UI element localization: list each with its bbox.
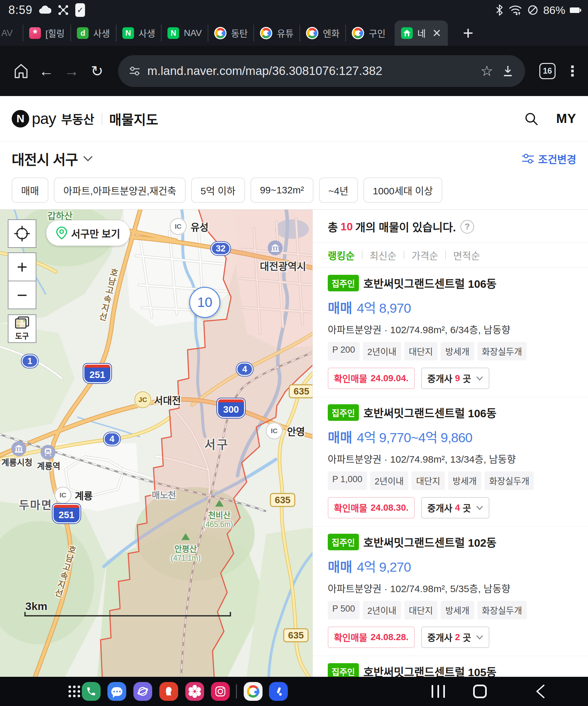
ic-badge: IC bbox=[54, 487, 71, 504]
sort-newest[interactable]: 최신순 bbox=[369, 248, 397, 262]
tab-yen[interactable]: 엔화 bbox=[300, 25, 346, 42]
owner-badge: 집주인 bbox=[328, 534, 359, 550]
listing-card[interactable]: 집주인 호반써밋그랜드센트럴 105동 매매 4억 9,770 bbox=[328, 656, 576, 677]
daum-favicon: d bbox=[77, 27, 89, 39]
agents-dropdown[interactable]: 중개사2곳 bbox=[421, 627, 490, 648]
recents-nav-button[interactable] bbox=[432, 685, 445, 698]
forward-button[interactable]: → bbox=[59, 62, 84, 80]
google-favicon bbox=[260, 27, 272, 39]
chip-age[interactable]: ~4년 bbox=[319, 178, 358, 203]
mountain-peak-icon bbox=[182, 534, 190, 540]
search-icon[interactable] bbox=[524, 111, 539, 126]
camera-app-icon[interactable] bbox=[211, 682, 230, 701]
ic-badge: IC bbox=[266, 423, 283, 439]
realty-label[interactable]: 부동산 bbox=[61, 110, 94, 127]
browser-menu-icon[interactable]: ⋮ bbox=[565, 63, 580, 79]
samsung-internet-app-icon[interactable] bbox=[133, 682, 152, 701]
chip-area[interactable]: 99~132m² bbox=[250, 178, 313, 203]
listing-card[interactable]: 집주인 호반써밋그랜드센트럴 102동 매매 4억 9,270 아파트분양권 ·… bbox=[328, 526, 576, 656]
map-label-gyeryong: 계룡 bbox=[75, 488, 92, 502]
tab-dongtan[interactable]: 동탄 bbox=[208, 25, 254, 42]
confirmed-date-box: 확인매물24.08.28. bbox=[328, 627, 415, 648]
red-app-icon[interactable] bbox=[159, 682, 178, 701]
messages-app-icon[interactable] bbox=[107, 682, 126, 701]
road-shield-635: 635 bbox=[283, 628, 309, 642]
listing-title: 호반써밋그랜드센트럴 105동 bbox=[363, 664, 497, 677]
naver-pay-logo[interactable]: N bbox=[12, 110, 29, 127]
current-location-button[interactable] bbox=[8, 219, 36, 248]
change-conditions-button[interactable]: 조건변경 bbox=[522, 151, 576, 166]
listing-title: 호반써밋그랜드센트럴 106동 bbox=[363, 404, 497, 421]
tab-healing[interactable]: * [힐링 bbox=[23, 25, 70, 42]
tab-naver-land-active[interactable]: 네 ✕ bbox=[395, 21, 448, 46]
tab-switcher-button[interactable]: 16 bbox=[539, 63, 555, 79]
map-label-seogu: 서구 bbox=[204, 435, 229, 453]
tab-youtube[interactable]: 유튜 bbox=[253, 25, 300, 42]
url-text[interactable]: m.land.naver.com/map/36.3081076:127.382 bbox=[147, 64, 477, 78]
home-nav-button[interactable] bbox=[473, 684, 487, 698]
url-bar[interactable]: m.land.naver.com/map/36.3081076:127.382 … bbox=[118, 55, 525, 87]
google-app-icon[interactable] bbox=[244, 682, 263, 701]
page-info-tune-icon[interactable] bbox=[129, 66, 140, 77]
sort-area[interactable]: 면적순 bbox=[453, 248, 480, 262]
bluetooth-icon bbox=[495, 4, 504, 16]
chip-property-type[interactable]: 아파트,아파트분양권,재건축 bbox=[54, 178, 186, 203]
tab-jobs[interactable]: 구인 bbox=[345, 25, 391, 42]
tab-fragment[interactable]: AV bbox=[0, 28, 23, 38]
google-favicon bbox=[214, 27, 227, 39]
listing-cluster-marker[interactable]: 10 bbox=[189, 287, 220, 318]
status-bar: 8:59 ✓ 86% bbox=[0, 0, 588, 20]
confirm-date: 24.09.04. bbox=[370, 373, 408, 384]
site-header: N pay 부동산 매물지도 MY bbox=[0, 96, 588, 142]
region-selector[interactable]: 대전시 서구 bbox=[12, 149, 78, 169]
train-station-icon bbox=[41, 445, 55, 460]
blue-app-icon[interactable] bbox=[269, 682, 288, 701]
tab-privacy-2[interactable]: N 사생 bbox=[116, 25, 161, 42]
map-tools-button[interactable]: 도구 bbox=[8, 314, 36, 343]
map-scale-label: 3km bbox=[25, 600, 47, 613]
route-shield-4: 4 bbox=[104, 432, 120, 446]
phone-app-icon[interactable] bbox=[82, 682, 101, 701]
map-label-anpyeongsan: 안평산 bbox=[174, 543, 197, 554]
back-button[interactable]: ← bbox=[34, 62, 59, 80]
map-label-yuseong: 유성 bbox=[191, 219, 208, 234]
reload-button[interactable]: ↻ bbox=[84, 62, 110, 80]
tab-privacy-1[interactable]: d 사생 bbox=[70, 25, 116, 42]
tab-naver[interactable]: N NAV bbox=[161, 25, 208, 42]
dock-divider bbox=[236, 684, 237, 699]
listing-card[interactable]: 집주인 호반써밋그랜드센트럴 106동 매매 4억 8,970 아파트분양권 ·… bbox=[328, 268, 576, 397]
mountain-peak-icon bbox=[215, 500, 224, 507]
route-shield-32: 32 bbox=[211, 242, 230, 256]
chip-households[interactable]: 1000세대 이상 bbox=[363, 178, 442, 203]
listing-card[interactable]: 집주인 호반써밋그랜드센트럴 106동 매매 4억 9,770~4억 9,860… bbox=[328, 397, 576, 526]
sort-ranking[interactable]: 랭킹순 bbox=[328, 248, 355, 262]
close-tab-icon[interactable]: ✕ bbox=[432, 27, 442, 40]
chevron-down-icon[interactable] bbox=[83, 155, 93, 162]
zoom-in-button[interactable]: + bbox=[8, 252, 36, 281]
clock: 8:59 bbox=[8, 3, 33, 17]
help-icon[interactable]: ? bbox=[461, 220, 474, 234]
city-hall-icon bbox=[11, 441, 26, 456]
agents-dropdown[interactable]: 중개사4곳 bbox=[421, 497, 490, 518]
download-icon[interactable] bbox=[502, 65, 514, 78]
back-nav-button[interactable] bbox=[536, 684, 545, 699]
sort-price[interactable]: 가격순 bbox=[411, 248, 438, 262]
road-shield-635: 635 bbox=[289, 385, 313, 398]
app-drawer-icon[interactable] bbox=[69, 685, 80, 697]
expressway-shield-251: 251 bbox=[52, 504, 80, 523]
system-dock bbox=[0, 677, 588, 706]
map-canvas[interactable]: 갑하산 (468.7m) IC 유성 32 대전광역시 1 251 호남고속지선… bbox=[0, 209, 313, 677]
asterisk-favicon: * bbox=[29, 27, 41, 39]
listing-price: 4억 9,270 bbox=[357, 556, 411, 576]
seogu-only-button[interactable]: 서구만 보기 bbox=[46, 220, 130, 246]
zoom-out-button[interactable]: − bbox=[8, 281, 36, 309]
chip-price[interactable]: 5억 이하 bbox=[191, 178, 245, 203]
home-button[interactable] bbox=[8, 63, 34, 79]
chip-trade-type[interactable]: 매매 bbox=[12, 178, 48, 203]
bookmark-star-icon[interactable]: ☆ bbox=[481, 63, 493, 79]
agents-dropdown[interactable]: 중개사9곳 bbox=[421, 367, 490, 389]
page-title: 매물지도 bbox=[109, 109, 158, 128]
google-favicon bbox=[352, 27, 364, 39]
flower-app-icon[interactable] bbox=[185, 682, 204, 701]
my-menu[interactable]: MY bbox=[556, 111, 576, 126]
